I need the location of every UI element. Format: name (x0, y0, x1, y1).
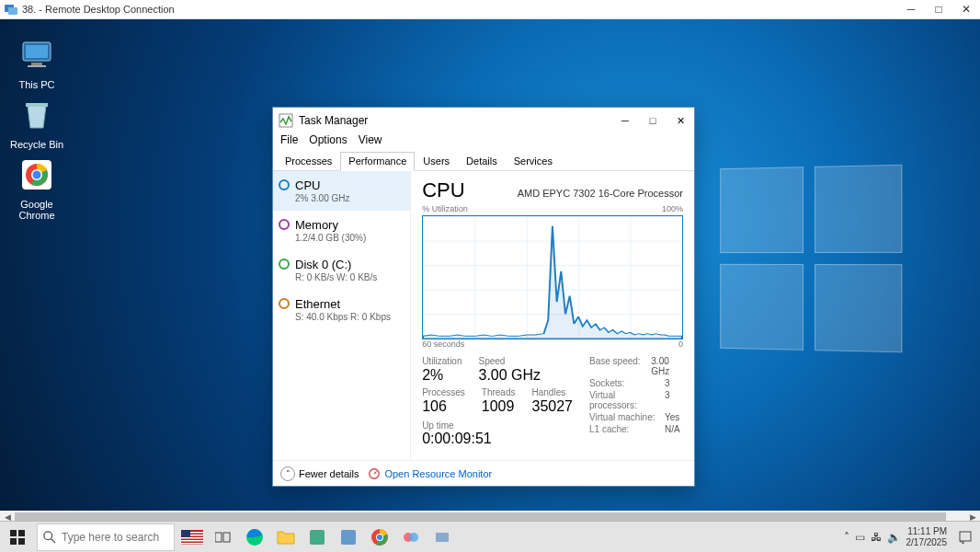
svg-rect-17 (18, 538, 25, 545)
search-box[interactable]: Type here to search (37, 523, 175, 551)
desktop-icon-recycle-bin[interactable]: Recycle Bin (5, 93, 69, 154)
sidebar-item-cpu[interactable]: CPU 2% 3.00 GHz (273, 171, 410, 211)
svg-point-18 (44, 531, 52, 539)
cpu-utilization-chart (422, 215, 683, 339)
stat-value: 1009 (482, 398, 516, 415)
orm-label: Open Resource Monitor (384, 468, 492, 479)
menu-options[interactable]: Options (309, 133, 347, 152)
svg-rect-23 (181, 537, 203, 539)
sidebar-sublabel: 2% 3.00 GHz (295, 193, 401, 203)
windows-logo-wallpaper (720, 165, 902, 353)
resource-monitor-icon (368, 467, 381, 480)
edge-icon (245, 528, 264, 546)
svg-line-13 (374, 471, 377, 474)
notifications-button[interactable] (952, 522, 978, 553)
tm-minimize-button[interactable]: ─ (611, 108, 639, 133)
rdc-minimize-button[interactable]: ─ (897, 0, 925, 19)
open-resource-monitor-link[interactable]: Open Resource Monitor (368, 467, 492, 480)
svg-rect-1 (8, 7, 17, 15)
sidebar-label: Ethernet (295, 297, 401, 311)
taskbar: Type here to search ˄ ▭ 🖧 🔈 11:11 PM 2/1… (0, 521, 980, 552)
tab-users[interactable]: Users (415, 152, 458, 170)
taskbar-explorer[interactable] (270, 522, 302, 553)
sidebar-label: Memory (295, 218, 401, 232)
fewer-details-button[interactable]: ˄ Fewer details (280, 466, 359, 481)
info-key: Sockets: (589, 378, 665, 388)
taskbar-app4[interactable] (427, 522, 458, 553)
sidebar-sublabel: 1.2/4.0 GB (30%) (295, 233, 401, 243)
svg-rect-4 (31, 63, 42, 65)
desktop-icon-chrome[interactable]: Google Chrome (5, 153, 69, 224)
tray-battery-icon[interactable]: ▭ (855, 531, 865, 544)
desktop[interactable]: This PC Recycle Bin Google Chrome Task M… (0, 19, 980, 521)
tm-sidebar: CPU 2% 3.00 GHz Memory 1.2/4.0 GB (30%) … (273, 171, 411, 460)
chart-label-tl: % Utilization (422, 204, 468, 213)
tab-services[interactable]: Services (506, 152, 561, 170)
start-button[interactable] (0, 522, 35, 553)
svg-rect-24 (181, 540, 203, 542)
ring-icon (279, 298, 290, 309)
ring-icon (279, 259, 290, 270)
chrome-icon (18, 156, 55, 193)
rdc-titlebar: 38. - Remote Desktop Connection ─ □ ✕ (0, 0, 980, 19)
desktop-icon-this-pc[interactable]: This PC (5, 33, 69, 94)
us-flag-icon (181, 530, 203, 545)
tray-network-icon[interactable]: 🖧 (871, 531, 882, 544)
sidebar-item-ethernet[interactable]: Ethernet S: 40.0 Kbps R: 0 Kbps (273, 290, 410, 329)
ring-icon (279, 179, 290, 190)
info-key: Virtual machine: (589, 412, 665, 422)
recycle-bin-icon (18, 97, 55, 133)
taskbar-app3[interactable] (395, 522, 427, 553)
taskbar-lang-icon[interactable] (177, 522, 208, 553)
task-view-icon (215, 531, 232, 544)
menu-file[interactable]: File (280, 133, 298, 152)
task-view-button[interactable] (208, 522, 239, 553)
sidebar-item-disk[interactable]: Disk 0 (C:) R: 0 KB/s W: 0 KB/s (273, 250, 410, 290)
svg-rect-31 (341, 530, 356, 545)
notification-icon (958, 530, 973, 545)
chevron-up-icon: ˄ (280, 466, 295, 481)
ring-icon (279, 219, 290, 230)
stat-label: Speed (478, 356, 541, 366)
tm-titlebar[interactable]: Task Manager ─ □ ✕ (273, 108, 694, 133)
tab-performance[interactable]: Performance (340, 152, 415, 171)
taskbar-app1[interactable] (302, 522, 333, 553)
svg-rect-38 (960, 532, 971, 541)
menu-view[interactable]: View (359, 133, 382, 152)
tab-details[interactable]: Details (458, 152, 506, 170)
svg-rect-26 (181, 530, 190, 537)
chrome-icon (370, 528, 389, 546)
tray-volume-icon[interactable]: 🔈 (887, 531, 901, 544)
folder-icon (277, 529, 295, 546)
desktop-label: This PC (8, 79, 65, 90)
monitor-icon (18, 37, 55, 74)
svg-rect-25 (181, 543, 203, 545)
svg-rect-27 (215, 533, 222, 542)
svg-rect-37 (436, 533, 449, 542)
rdc-maximize-button[interactable]: □ (925, 0, 952, 19)
cpu-info-list: Base speed:3.00 GHz Sockets:3 Virtual pr… (589, 356, 683, 447)
stat-value: 106 (422, 398, 465, 415)
uptime-value: 0:00:09:51 (422, 431, 573, 447)
stat-value: 2% (422, 367, 462, 384)
svg-rect-28 (223, 533, 230, 542)
taskbar-app2[interactable] (333, 522, 364, 553)
info-key: L1 cache: (589, 424, 665, 434)
cpu-heading: CPU (422, 178, 464, 202)
tm-maximize-button[interactable]: □ (639, 108, 667, 133)
tray-chevron-up-icon[interactable]: ˄ (844, 531, 849, 544)
app-icon (308, 528, 326, 546)
tray-clock[interactable]: 11:11 PM 2/17/2025 (906, 526, 948, 548)
tab-processes[interactable]: Processes (277, 152, 340, 170)
svg-rect-6 (26, 103, 48, 107)
tm-close-button[interactable]: ✕ (667, 108, 694, 133)
svg-point-10 (33, 171, 41, 179)
taskbar-chrome[interactable] (364, 522, 395, 553)
tray-date: 2/17/2025 (906, 537, 948, 548)
info-val: Yes (665, 412, 679, 422)
info-val: 3 (665, 378, 670, 388)
svg-rect-16 (10, 538, 17, 545)
sidebar-item-memory[interactable]: Memory 1.2/4.0 GB (30%) (273, 211, 410, 250)
taskbar-edge[interactable] (239, 522, 270, 553)
rdc-close-button[interactable]: ✕ (952, 0, 980, 19)
